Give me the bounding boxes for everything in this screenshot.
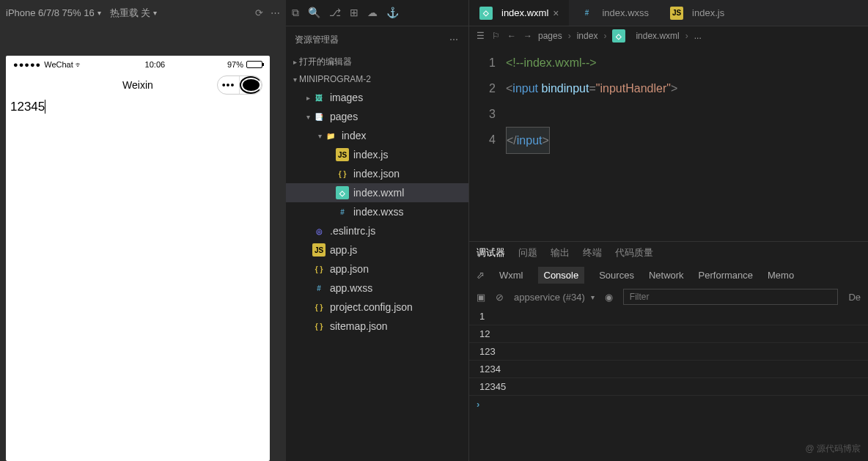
editor-main: ◇index.wxml×#index.wxssJSindex.js ☰ ⚐ ← … xyxy=(469,0,868,461)
explorer-title: 资源管理器 xyxy=(295,34,339,46)
open-editors-section[interactable]: 打开的编辑器 xyxy=(286,53,468,70)
cloud-icon[interactable]: ☁ xyxy=(367,7,378,19)
carrier-label: WeChat xyxy=(44,60,73,69)
docker-icon[interactable]: ⚓ xyxy=(386,7,399,19)
toggle-sidebar-icon[interactable]: ▣ xyxy=(477,292,485,303)
close-icon[interactable]: × xyxy=(553,7,559,19)
refresh-icon[interactable]: ⟳ xyxy=(255,7,263,18)
tree-item-sitemap.json[interactable]: { }sitemap.json xyxy=(286,317,468,336)
tree-item-images[interactable]: 🖼images xyxy=(286,88,468,107)
editor-tabs: ◇index.wxml×#index.wxssJSindex.js xyxy=(469,0,868,26)
explorer-menu-icon[interactable]: ⋯ xyxy=(449,34,460,45)
capsule-button[interactable]: ••• xyxy=(217,75,262,95)
sim-content[interactable]: 12345 xyxy=(6,97,270,461)
project-section[interactable]: MINIPROGRAM-2 xyxy=(286,70,468,88)
console-output[interactable]: 112123123412345› xyxy=(469,308,868,461)
context-selector[interactable]: appservice (#34) xyxy=(514,292,595,303)
battery-indicator: 97% xyxy=(227,60,262,69)
explorer-sidebar: ⧉ 🔍 ⎇ ⊞ ☁ ⚓ 资源管理器 ⋯ 打开的编辑器 MINIPROGRAM-2… xyxy=(286,0,469,461)
console-line: 12 xyxy=(469,325,868,343)
panel-tab-终端[interactable]: 终端 xyxy=(583,246,602,259)
devtools-tab-Wxml[interactable]: Wxml xyxy=(499,270,523,281)
panel-tab-调试器[interactable]: 调试器 xyxy=(477,246,505,259)
tree-item-index.wxml[interactable]: ◇index.wxml xyxy=(286,183,468,202)
console-line: 12345 xyxy=(469,378,868,396)
code-lines[interactable]: <!--index.wxml--> <input bindinput="inpu… xyxy=(506,45,868,241)
list-icon[interactable]: ☰ xyxy=(477,31,485,41)
clock-label: 10:06 xyxy=(83,60,227,69)
panel-tab-代码质量[interactable]: 代码质量 xyxy=(615,246,653,259)
console-prompt[interactable]: › xyxy=(469,396,868,413)
capsule-close-icon[interactable] xyxy=(240,76,262,94)
console-line: 1234 xyxy=(469,361,868,378)
tree-item-app.wxss[interactable]: #app.wxss xyxy=(286,279,468,298)
page-title: Weixin xyxy=(122,79,153,91)
watermark: @ 源代码博宸 xyxy=(805,443,861,455)
devtools-tab-Performance[interactable]: Performance xyxy=(699,270,753,281)
tree-item-index[interactable]: 📁index xyxy=(286,126,468,145)
inspect-icon[interactable]: ⬀ xyxy=(477,270,485,281)
simulator-toolbar: iPhone 6/7/8 75% 16 热重载 关 ⟳ ⋯ xyxy=(0,0,286,26)
file-tree: 打开的编辑器 MINIPROGRAM-2 🖼images📑pages📁index… xyxy=(286,53,468,336)
levels-selector[interactable]: De xyxy=(848,292,861,303)
panel-tab-问题[interactable]: 问题 xyxy=(518,246,537,259)
console-line: 123 xyxy=(469,343,868,361)
panel-tab-输出[interactable]: 输出 xyxy=(551,246,570,259)
nav-fwd-icon[interactable]: → xyxy=(523,31,532,41)
breadcrumb-1[interactable]: index xyxy=(577,31,598,41)
console-toolbar: ▣ ⊘ appservice (#34) ◉ De xyxy=(469,286,868,308)
console-line: 1 xyxy=(469,308,868,325)
tab-index.js[interactable]: JSindex.js xyxy=(660,0,735,26)
sidebar-toolbar: ⧉ 🔍 ⎇ ⊞ ☁ ⚓ xyxy=(286,0,468,26)
tab-index.wxss[interactable]: #index.wxss xyxy=(570,0,660,26)
devtools-tabs: ⬀ WxmlConsoleSourcesNetworkPerformanceMe… xyxy=(469,264,868,286)
bookmark-icon[interactable]: ⚐ xyxy=(492,31,500,41)
sim-input-value[interactable]: 12345 xyxy=(10,100,45,114)
files-icon[interactable]: ⧉ xyxy=(292,7,299,19)
tree-item-index.js[interactable]: JSindex.js xyxy=(286,145,468,164)
capsule-menu-icon[interactable]: ••• xyxy=(218,76,240,94)
clear-console-icon[interactable]: ⊘ xyxy=(496,292,504,303)
devtools-tab-Network[interactable]: Network xyxy=(649,270,684,281)
wxml-icon: ◇ xyxy=(612,29,625,43)
wifi-icon: ᯤ xyxy=(75,60,83,69)
simulator-frame: ●●●●● WeChat ᯤ 10:06 97% Weixin ••• 1234… xyxy=(6,56,270,461)
tree-item-index.wxss[interactable]: #index.wxss xyxy=(286,202,468,221)
editor-pane: ⧉ 🔍 ⎇ ⊞ ☁ ⚓ 资源管理器 ⋯ 打开的编辑器 MINIPROGRAM-2… xyxy=(286,0,868,461)
extensions-icon[interactable]: ⊞ xyxy=(350,7,358,19)
simulator-pane: iPhone 6/7/8 75% 16 热重载 关 ⟳ ⋯ ●●●●● WeCh… xyxy=(0,0,286,461)
line-gutter: 1 2 3 4 xyxy=(469,45,506,241)
eye-icon[interactable]: ◉ xyxy=(605,292,613,303)
search-icon[interactable]: 🔍 xyxy=(308,7,320,19)
tab-index.wxml[interactable]: ◇index.wxml× xyxy=(469,0,570,26)
code-editor[interactable]: 1 2 3 4 <!--index.wxml--> <input bindinp… xyxy=(469,45,868,241)
nav-back-icon[interactable]: ← xyxy=(507,31,516,41)
more-icon[interactable]: ⋯ xyxy=(271,7,280,18)
tree-item-app.json[interactable]: { }app.json xyxy=(286,259,468,279)
sim-status-bar: ●●●●● WeChat ᯤ 10:06 97% xyxy=(6,56,270,73)
tree-item-index.json[interactable]: { }index.json xyxy=(286,164,468,183)
device-selector[interactable]: iPhone 6/7/8 75% 16 xyxy=(6,7,101,18)
devtools-tab-Memo[interactable]: Memo xyxy=(768,270,794,281)
devtools-tab-Console[interactable]: Console xyxy=(538,267,585,284)
tree-item-app.js[interactable]: JSapp.js xyxy=(286,240,468,259)
breadcrumb: ☰ ⚐ ← → pages› index› ◇ index.wxml› ... xyxy=(469,26,868,45)
git-icon[interactable]: ⎇ xyxy=(329,7,341,19)
breadcrumb-2[interactable]: index.wxml xyxy=(636,31,679,41)
signal-icon: ●●●●● xyxy=(13,60,41,69)
tree-item-.eslintrc.js[interactable]: ◎.eslintrc.js xyxy=(286,221,468,240)
console-filter-input[interactable] xyxy=(623,289,839,305)
hot-reload-toggle[interactable]: 热重载 关 xyxy=(110,7,158,20)
panel-tabs: 调试器问题输出终端代码质量 xyxy=(469,242,868,264)
breadcrumb-3[interactable]: ... xyxy=(694,31,702,41)
tree-item-project.config.json[interactable]: { }project.config.json xyxy=(286,298,468,317)
explorer-header: 资源管理器 ⋯ xyxy=(286,26,468,53)
sim-nav-bar: Weixin ••• xyxy=(6,73,270,97)
devtools-tab-Sources[interactable]: Sources xyxy=(599,270,634,281)
breadcrumb-0[interactable]: pages xyxy=(538,31,562,41)
tree-item-pages[interactable]: 📑pages xyxy=(286,107,468,126)
bottom-panel: 调试器问题输出终端代码质量 ⬀ WxmlConsoleSourcesNetwor… xyxy=(469,241,868,461)
